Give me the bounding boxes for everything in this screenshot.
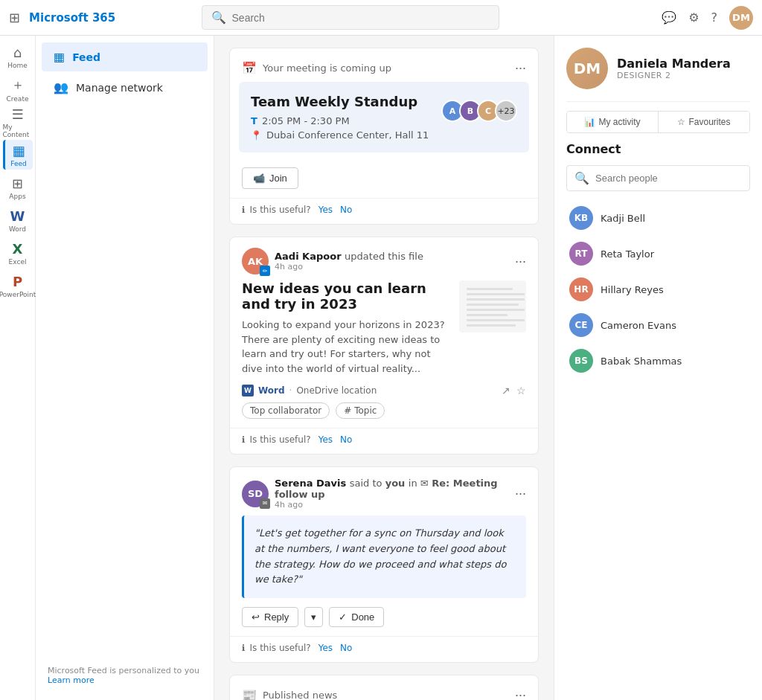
meeting-body: Team Weekly Standup T 2:05 PM - 2:30 PM …: [239, 82, 529, 152]
post-tags: Top collaborator # Topic: [230, 402, 538, 428]
author-info: Aadi Kapoor updated this file 4h ago: [275, 251, 423, 272]
post-source: W Word · OneDrive location ↗ ☆: [230, 385, 538, 402]
profile-initials: DM: [574, 60, 601, 77]
sidebar-item-mycontent[interactable]: ☰ My Content: [3, 107, 33, 137]
profile-role: DESIGNER 2: [617, 71, 731, 80]
share-button[interactable]: ↗: [502, 385, 510, 396]
useful-yes[interactable]: Yes: [318, 205, 333, 215]
manage-network-label: Manage network: [76, 82, 163, 94]
post-useful-no[interactable]: No: [340, 434, 352, 445]
my-activity-tab[interactable]: 📊 My activity: [567, 112, 658, 132]
message-actions: ↩ Reply ▾ ✓ Done: [230, 607, 538, 636]
message-useful-no[interactable]: No: [340, 643, 352, 653]
connect-search-icon: 🔍: [574, 171, 589, 185]
user-avatar[interactable]: DM: [729, 6, 753, 30]
message-useful-yes[interactable]: Yes: [318, 643, 333, 653]
news-label-text: Published news: [263, 690, 337, 700]
tag-collaborator[interactable]: Top collaborator: [242, 402, 330, 419]
person-name-4: Babak Shammas: [601, 356, 682, 367]
right-panel: DM Daniela Mandera DESIGNER 2 📊 My activ…: [554, 36, 762, 700]
person-avatar-4: BS: [569, 349, 593, 373]
tag-topic[interactable]: # Topic: [336, 402, 385, 419]
meeting-footer: 📹 Join: [230, 161, 538, 198]
news-card: 📰 Published news ··· How AI is changing …: [229, 675, 539, 700]
post-useful-yes[interactable]: Yes: [318, 434, 333, 445]
person-item-3[interactable]: CE Cameron Evans: [566, 307, 750, 343]
source-location: OneDrive location: [296, 385, 377, 396]
global-search[interactable]: 🔍: [202, 5, 499, 30]
message-useful-bar: ℹ Is this useful? Yes No: [230, 636, 538, 662]
post-more-button[interactable]: ···: [515, 254, 526, 269]
apps-grid-icon[interactable]: ⊞: [9, 10, 20, 25]
useful-question-text: ℹ: [242, 205, 246, 215]
home-icon: ⌂: [13, 45, 22, 60]
feed-sidebar-icon: ▦: [54, 50, 65, 64]
help-icon[interactable]: ?: [711, 10, 717, 25]
join-label: Join: [269, 173, 287, 184]
sidebar-manage-network-item[interactable]: 👥 Manage network: [42, 73, 208, 102]
reply-label: Reply: [264, 611, 289, 623]
meeting-more-button[interactable]: ···: [515, 60, 526, 76]
message-more-button[interactable]: ···: [515, 486, 526, 501]
person-avatar-0: KB: [569, 206, 593, 230]
sidebar-item-excel[interactable]: X Excel: [3, 238, 33, 268]
done-button[interactable]: ✓ Done: [329, 607, 384, 627]
edit-badge: ✏: [260, 266, 270, 276]
join-icon: 📹: [253, 173, 265, 184]
person-item-4[interactable]: BS Babak Shammas: [566, 343, 750, 379]
person-item-2[interactable]: HR Hillary Reyes: [566, 272, 750, 307]
message-card: SD ✉ Serena Davis said to you in ✉ Re: M…: [229, 466, 539, 663]
search-input[interactable]: [232, 12, 490, 24]
person-item-1[interactable]: RT Reta Taylor: [566, 236, 750, 272]
sidebar-item-create[interactable]: ＋ Create: [3, 74, 33, 104]
message-author: SD ✉ Serena Davis said to you in ✉ Re: M…: [242, 478, 515, 510]
settings-icon[interactable]: ⚙: [688, 10, 699, 25]
learn-more-link[interactable]: Learn more: [48, 675, 95, 685]
excel-icon: X: [13, 241, 23, 257]
create-label: Create: [7, 95, 29, 103]
connect-search-input[interactable]: [595, 173, 742, 184]
connect-search[interactable]: 🔍: [566, 165, 750, 191]
search-icon: 🔍: [211, 10, 226, 25]
useful-text: Is this useful?: [250, 434, 311, 445]
post-header: AK ✏ Aadi Kapoor updated this file 4h ag…: [230, 237, 538, 280]
favourites-tab[interactable]: ☆ Favourites: [658, 112, 749, 132]
meeting-title: Team Weekly Standup: [251, 94, 429, 109]
sidebar-item-home[interactable]: ⌂ Home: [3, 42, 33, 71]
news-label: 📰 Published news: [242, 688, 337, 700]
sidebar-item-feed[interactable]: ▦ Feed: [3, 140, 33, 170]
done-icon: ✓: [339, 611, 347, 623]
person-item-0[interactable]: KB Kadji Bell: [566, 200, 750, 236]
message-action: said to: [350, 478, 385, 489]
useful-icon: ℹ: [242, 434, 246, 445]
word-source-icon: W: [242, 385, 254, 396]
feedback-icon[interactable]: 💬: [662, 10, 676, 25]
activity-icon: 📊: [584, 117, 595, 127]
star-icon: ☆: [677, 117, 685, 127]
meeting-card-header: 📅 Your meeting is coming up ···: [230, 48, 538, 82]
post-title: New ideas you can learn and try in 2023: [242, 280, 450, 312]
word-label: Word: [9, 225, 26, 233]
people-list: KB Kadji Bell RT Reta Taylor HR Hillary …: [566, 200, 750, 379]
bookmark-button[interactable]: ☆: [516, 385, 526, 396]
message-header: SD ✉ Serena Davis said to you in ✉ Re: M…: [230, 467, 538, 516]
reply-button[interactable]: ↩ Reply: [242, 607, 298, 627]
useful-no[interactable]: No: [340, 205, 352, 215]
news-more-button[interactable]: ···: [515, 687, 526, 700]
action-text: updated this file: [345, 251, 423, 262]
left-navigation: ⌂ Home ＋ Create ☰ My Content ▦ Feed ⊞ Ap…: [0, 36, 36, 700]
sidebar-feed-item[interactable]: ▦ Feed: [42, 42, 208, 71]
person-name-3: Cameron Evans: [601, 320, 676, 331]
join-button[interactable]: 📹 Join: [242, 167, 298, 189]
sidebar-item-word[interactable]: W Word: [3, 205, 33, 235]
meeting-location-row: 📍 Dubai Conference Center, Hall 11: [251, 129, 429, 141]
sidebar-item-powerpoint[interactable]: P PowerPoint: [3, 271, 33, 301]
sidebar-footer: Microsoft Feed is personalized to you Le…: [36, 657, 214, 694]
reply-icon: ↩: [252, 611, 260, 623]
sidebar-item-apps[interactable]: ⊞ Apps: [3, 173, 33, 202]
post-author: AK ✏ Aadi Kapoor updated this file 4h ag…: [242, 248, 423, 274]
message-author-avatar-wrapper: SD ✉: [242, 481, 269, 507]
create-icon: ＋: [11, 76, 25, 94]
reply-dropdown-button[interactable]: ▾: [304, 607, 323, 627]
profile-avatar: DM: [566, 48, 608, 89]
